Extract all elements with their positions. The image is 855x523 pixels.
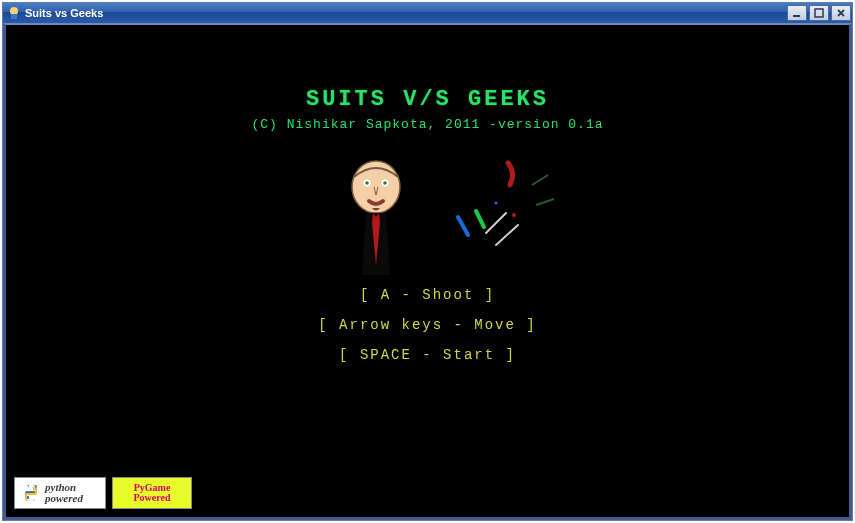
svg-rect-1 xyxy=(11,14,17,19)
close-button[interactable] xyxy=(831,5,851,21)
minimize-button[interactable] xyxy=(787,5,807,21)
instruction-line: [ SPACE - Start ] xyxy=(339,347,516,363)
pygame-powered-badge: PyGame Powered xyxy=(112,477,192,509)
instruction-line: [ Arrow keys - Move ] xyxy=(318,317,536,333)
game-title: SUITS V/S GEEKS xyxy=(6,87,849,112)
svg-point-0 xyxy=(10,7,18,15)
svg-point-6 xyxy=(365,181,369,185)
enemy-sprite xyxy=(436,155,566,265)
svg-rect-2 xyxy=(793,15,800,17)
python-badge-text: python powered xyxy=(45,482,99,504)
window-title: Suits vs Geeks xyxy=(25,7,785,19)
maximize-button[interactable] xyxy=(809,5,829,21)
character-sprite xyxy=(336,155,416,275)
pygame-badge-text: PyGame Powered xyxy=(119,483,185,503)
svg-point-10 xyxy=(495,202,498,205)
badges-row: python powered PyGame Powered xyxy=(14,477,192,509)
python-powered-badge: python powered xyxy=(14,477,106,509)
instruction-line: [ A - Shoot ] xyxy=(360,287,495,303)
app-window: Suits vs Geeks SUITS V/S GEEKS (C) Nishi… xyxy=(2,2,853,521)
svg-rect-3 xyxy=(815,9,823,17)
svg-point-9 xyxy=(512,213,516,217)
svg-point-8 xyxy=(383,181,387,185)
app-icon xyxy=(7,6,21,20)
game-viewport[interactable]: SUITS V/S GEEKS (C) Nishikar Sapkota, 20… xyxy=(3,23,852,520)
titlebar: Suits vs Geeks xyxy=(3,3,852,23)
game-subtitle: (C) Nishikar Sapkota, 2011 -version 0.1a xyxy=(6,117,849,132)
instructions-panel: [ A - Shoot ] [ Arrow keys - Move ] [ SP… xyxy=(6,287,849,363)
